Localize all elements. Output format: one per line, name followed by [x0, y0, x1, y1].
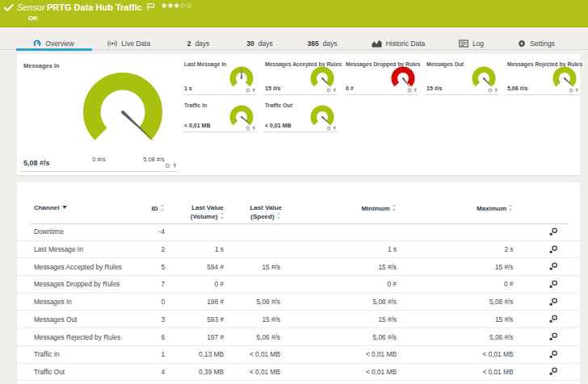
tab-30-days[interactable]: 30days: [230, 36, 289, 50]
channel-settings-icon[interactable]: [548, 346, 560, 363]
column-header-minimum[interactable]: Minimum: [284, 204, 397, 213]
table-row-messages-rejected-by-rules: Messages Rejected by Rules6197 #5,06 #/s…: [17, 328, 580, 346]
cell-last_volume: 0,13 MB: [166, 346, 224, 363]
main-gauge: [78, 67, 168, 157]
gauge-value: 1 s: [184, 85, 192, 92]
cell-minimum: 0 #: [284, 276, 397, 293]
log-icon: [459, 40, 468, 48]
gauge-pin-icon[interactable]: [575, 88, 579, 93]
priority-stars[interactable]: ★★★☆☆: [161, 1, 192, 10]
gauge-settings-gear-icon[interactable]: [326, 126, 331, 131]
channel-settings-icon[interactable]: [548, 311, 560, 328]
sort-icon: [220, 212, 225, 219]
status-badge: OK: [28, 15, 38, 23]
gauge-settings-gear-icon[interactable]: [488, 88, 493, 93]
column-header-last-volume[interactable]: Last Value(Volume): [166, 204, 225, 222]
gauge-value: 15 #/s: [265, 85, 280, 92]
tab-range-number: 365: [307, 40, 318, 48]
gauge-pin-icon[interactable]: [173, 163, 177, 169]
cell-minimum: [284, 223, 397, 240]
cell-maximum: 5,08 #/s: [398, 294, 514, 311]
cell-last_speed: 5,06 #/s: [225, 328, 280, 345]
tab-bar: OverviewLive Data2days30days365daysHisto…: [0, 27, 588, 50]
cell-last_speed: 15 #/s: [225, 311, 280, 328]
gauge-label: Messages In: [23, 62, 60, 69]
flag-icon[interactable]: [147, 3, 155, 10]
cell-id: 7: [130, 276, 165, 293]
tab-range-number: 30: [246, 40, 254, 48]
tab-label: Settings: [530, 40, 555, 48]
table-row-messages-out: Messages Out3593 #15 #/s15 #/s15 #/s: [17, 311, 580, 329]
gauge-pin-icon[interactable]: [494, 88, 498, 93]
column-header-maximum[interactable]: Maximum: [398, 204, 514, 213]
gauge-pin-icon[interactable]: [252, 126, 256, 131]
gauge-icon: [33, 40, 41, 48]
column-header-id[interactable]: ID: [130, 204, 165, 213]
tab-historic-data[interactable]: Historic Data: [355, 36, 441, 50]
table-row-messages-accepted-by-rules: Messages Accepted by Rules5594 #15 #/s15…: [17, 258, 580, 276]
tab-label: days: [323, 40, 338, 48]
cell-minimum: 1 s: [284, 241, 397, 258]
channel-settings-icon[interactable]: [548, 276, 560, 293]
gauge-main-messages-in: Messages In0 #/s5,08 #/s5,08 #/s: [20, 57, 178, 172]
cell-last_speed: [225, 276, 280, 293]
table-row-last-message-in: Last Message In21 s1 s2 s: [17, 241, 580, 259]
cell-last_speed: [225, 223, 280, 240]
cell-minimum: 15 #/s: [284, 311, 397, 328]
gauge-settings-gear-icon[interactable]: [246, 88, 250, 93]
cell-minimum: 5,06 #/s: [284, 328, 397, 345]
cell-id: 0: [130, 294, 165, 311]
tab-label: days: [258, 40, 273, 48]
channel-settings-icon[interactable]: [548, 223, 560, 240]
cell-minimum: < 0,01 MB: [284, 364, 397, 381]
cell-last_volume: 1 s: [166, 241, 224, 258]
tab-log[interactable]: Log: [441, 36, 502, 50]
cell-maximum: < 0,01 MB: [398, 346, 514, 363]
sort-icon: [509, 204, 514, 211]
cell-last_speed: [225, 241, 280, 258]
gauge-settings-gear-icon[interactable]: [165, 163, 170, 169]
table-row-messages-in: Messages In0198 #5,08 #/s5,08 #/s5,08 #/…: [17, 294, 580, 311]
gauge-pin-icon[interactable]: [252, 88, 256, 93]
channel-settings-icon[interactable]: [548, 364, 560, 381]
gauge-settings-gear-icon[interactable]: [569, 88, 573, 93]
channel-settings-icon[interactable]: [548, 241, 560, 258]
gauge-label: Traffic In: [184, 102, 207, 109]
channel-settings-icon[interactable]: [548, 294, 560, 311]
gauge-pin-icon[interactable]: [333, 88, 337, 93]
table-row-traffic-in: Traffic In10,13 MB< 0,01 MB< 0,01 MB< 0,…: [17, 346, 580, 364]
cell-last_volume: 197 #: [166, 328, 224, 345]
gauge-max-label: 5,08 #/s: [143, 156, 165, 163]
tab-range-number: 2: [187, 40, 191, 48]
tab-live-data[interactable]: Live Data: [92, 36, 167, 50]
tab-label: Live Data: [121, 40, 150, 48]
gauge-pin-icon[interactable]: [414, 88, 418, 93]
cell-last_volume: 594 #: [166, 258, 224, 275]
tab-label: Log: [472, 40, 484, 48]
cell-last_volume: 0 #: [166, 276, 224, 293]
cell-maximum: 5,06 #/s: [398, 328, 514, 345]
tab-label: Historic Data: [386, 40, 426, 48]
gauge-settings-gear-icon[interactable]: [326, 88, 331, 93]
cell-id: -4: [130, 223, 165, 240]
gauge-settings-gear-icon[interactable]: [407, 88, 412, 93]
gauge-settings-gear-icon[interactable]: [246, 126, 250, 131]
sensor-status-bar: Sensor PRTG Data Hub Traffic ★★★☆☆ OK: [0, 0, 588, 27]
tab-365-days[interactable]: 365days: [289, 36, 355, 50]
prtg-sensor-page: Sensor PRTG Data Hub Traffic ★★★☆☆ OK Ov…: [0, 0, 588, 384]
gauge-label: Traffic Out: [265, 102, 292, 109]
column-header-last-speed[interactable]: Last Value(Speed): [225, 204, 282, 222]
cell-id: 6: [130, 328, 165, 345]
tab-settings[interactable]: Settings: [502, 36, 571, 50]
cell-last_speed: 15 #/s: [225, 258, 280, 275]
cell-last_volume: [166, 223, 224, 240]
tab-2-days[interactable]: 2days: [166, 36, 230, 50]
channel-settings-icon[interactable]: [548, 328, 560, 345]
gauge-pin-icon[interactable]: [333, 126, 337, 131]
gauge-last-message-in: Last Message In1 s: [183, 57, 257, 95]
channel-settings-icon[interactable]: [548, 258, 560, 275]
sort-icon: [276, 212, 281, 219]
sensor-kind-label: Sensor: [17, 2, 45, 13]
historic-data-icon: [372, 40, 382, 48]
gauge-value: 5,06 #/s: [507, 85, 527, 92]
